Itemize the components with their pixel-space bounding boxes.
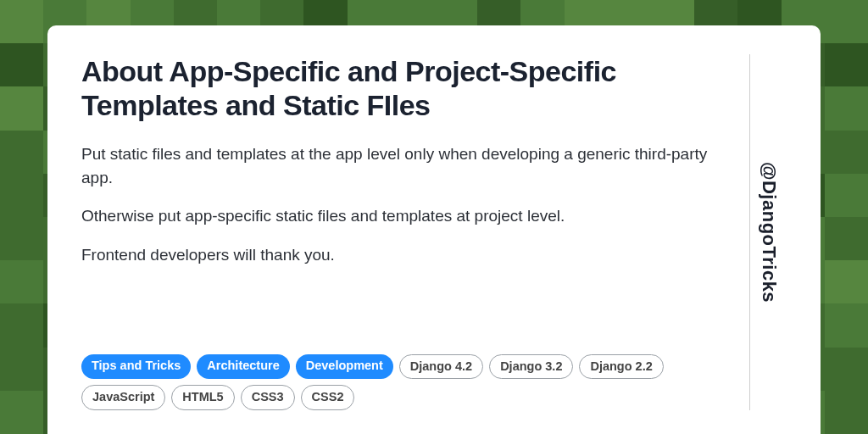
content-card: About App-Specific and Project-Specific … [47, 25, 821, 434]
post-title: About App-Specific and Project-Specific … [81, 54, 729, 122]
tag-pill[interactable]: Django 3.2 [489, 354, 573, 380]
tag-pill[interactable]: HTML5 [171, 385, 234, 410]
tag-pill[interactable]: Tips and Tricks [81, 354, 191, 380]
post-body: Put static files and templates at the ap… [81, 142, 729, 281]
account-handle: @DjangoTricks [758, 162, 780, 303]
tag-pill[interactable]: Django 4.2 [399, 354, 483, 380]
paragraph: Put static files and templates at the ap… [81, 142, 729, 189]
paragraph: Otherwise put app-specific static files … [81, 204, 729, 228]
tag-pill[interactable]: Development [296, 354, 393, 380]
tag-list: Tips and TricksArchitectureDevelopmentDj… [81, 354, 729, 410]
main-column: About App-Specific and Project-Specific … [81, 54, 749, 410]
side-column: @DjangoTricks [749, 54, 787, 410]
paragraph: Frontend developers will thank you. [81, 243, 729, 267]
tag-pill[interactable]: JavaScript [81, 385, 165, 410]
tag-pill[interactable]: Architecture [197, 354, 289, 380]
tag-pill[interactable]: Django 2.2 [579, 354, 663, 380]
tag-pill[interactable]: CSS2 [301, 385, 355, 410]
tag-pill[interactable]: CSS3 [241, 385, 295, 410]
